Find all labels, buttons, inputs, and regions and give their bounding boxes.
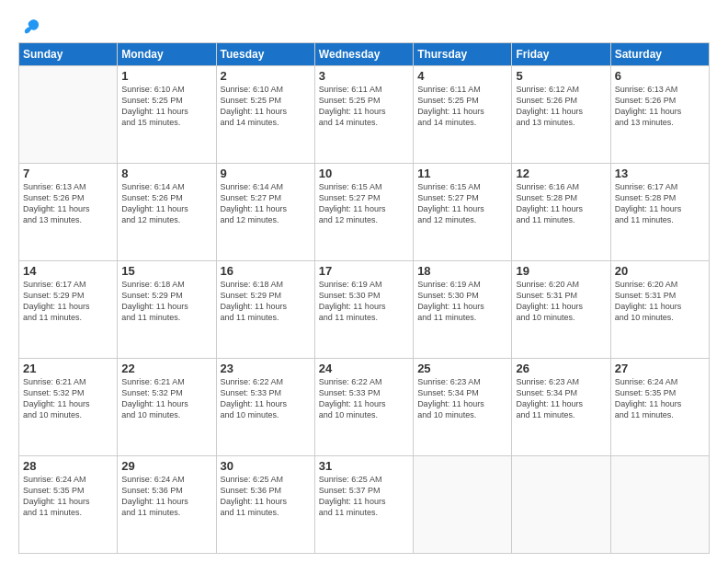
day-info: Sunrise: 6:21 AM Sunset: 5:32 PM Dayligh… [121, 376, 211, 421]
calendar-cell [610, 456, 709, 554]
calendar-weekday-sunday: Sunday [19, 43, 118, 66]
day-info: Sunrise: 6:25 AM Sunset: 5:36 PM Dayligh… [221, 474, 311, 519]
day-number: 2 [221, 69, 311, 83]
day-number: 18 [417, 264, 507, 278]
day-info: Sunrise: 6:24 AM Sunset: 5:36 PM Dayligh… [121, 474, 211, 519]
day-info: Sunrise: 6:19 AM Sunset: 5:30 PM Dayligh… [319, 279, 409, 324]
day-info: Sunrise: 6:17 AM Sunset: 5:29 PM Dayligh… [23, 279, 113, 324]
calendar-cell [19, 66, 118, 164]
day-info: Sunrise: 6:21 AM Sunset: 5:32 PM Dayligh… [23, 376, 113, 421]
day-number: 29 [121, 459, 211, 473]
calendar-week-row: 14Sunrise: 6:17 AM Sunset: 5:29 PM Dayli… [19, 261, 710, 359]
day-info: Sunrise: 6:24 AM Sunset: 5:35 PM Dayligh… [615, 376, 705, 421]
calendar-weekday-monday: Monday [118, 43, 216, 66]
calendar-weekday-friday: Friday [512, 43, 610, 66]
calendar-cell: 31Sunrise: 6:25 AM Sunset: 5:37 PM Dayli… [314, 456, 413, 554]
calendar-weekday-tuesday: Tuesday [216, 43, 314, 66]
page: SundayMondayTuesdayWednesdayThursdayFrid… [0, 0, 728, 563]
calendar-cell: 6Sunrise: 6:13 AM Sunset: 5:26 PM Daylig… [610, 66, 709, 164]
calendar-cell [414, 456, 512, 554]
calendar-week-row: 7Sunrise: 6:13 AM Sunset: 5:26 PM Daylig… [19, 164, 710, 261]
calendar-table: SundayMondayTuesdayWednesdayThursdayFrid… [18, 42, 710, 554]
day-number: 23 [221, 362, 311, 375]
calendar-cell: 27Sunrise: 6:24 AM Sunset: 5:35 PM Dayli… [610, 359, 709, 456]
calendar-week-row: 28Sunrise: 6:24 AM Sunset: 5:35 PM Dayli… [19, 456, 710, 554]
calendar-cell: 23Sunrise: 6:22 AM Sunset: 5:33 PM Dayli… [216, 359, 314, 456]
day-number: 16 [221, 264, 311, 278]
calendar-cell: 30Sunrise: 6:25 AM Sunset: 5:36 PM Dayli… [216, 456, 314, 554]
day-number: 27 [615, 362, 705, 375]
calendar-cell: 12Sunrise: 6:16 AM Sunset: 5:28 PM Dayli… [512, 164, 610, 261]
calendar-week-row: 21Sunrise: 6:21 AM Sunset: 5:32 PM Dayli… [19, 359, 710, 456]
day-info: Sunrise: 6:13 AM Sunset: 5:26 PM Dayligh… [615, 84, 705, 129]
calendar-cell: 7Sunrise: 6:13 AM Sunset: 5:26 PM Daylig… [19, 164, 118, 261]
calendar-cell: 2Sunrise: 6:10 AM Sunset: 5:25 PM Daylig… [216, 66, 314, 164]
day-info: Sunrise: 6:11 AM Sunset: 5:25 PM Dayligh… [417, 84, 507, 129]
calendar-cell [512, 456, 610, 554]
calendar-cell: 18Sunrise: 6:19 AM Sunset: 5:30 PM Dayli… [414, 261, 512, 359]
day-info: Sunrise: 6:12 AM Sunset: 5:26 PM Dayligh… [516, 84, 606, 129]
day-number: 10 [319, 167, 409, 180]
calendar-weekday-thursday: Thursday [414, 43, 512, 66]
day-number: 13 [615, 167, 705, 180]
day-info: Sunrise: 6:23 AM Sunset: 5:34 PM Dayligh… [417, 376, 507, 421]
day-number: 4 [417, 69, 507, 83]
logo [18, 17, 41, 33]
calendar-cell: 21Sunrise: 6:21 AM Sunset: 5:32 PM Dayli… [19, 359, 118, 456]
day-info: Sunrise: 6:20 AM Sunset: 5:31 PM Dayligh… [516, 279, 606, 324]
day-info: Sunrise: 6:10 AM Sunset: 5:25 PM Dayligh… [121, 84, 211, 129]
calendar-cell: 14Sunrise: 6:17 AM Sunset: 5:29 PM Dayli… [19, 261, 118, 359]
calendar-cell: 28Sunrise: 6:24 AM Sunset: 5:35 PM Dayli… [19, 456, 118, 554]
day-info: Sunrise: 6:22 AM Sunset: 5:33 PM Dayligh… [221, 376, 311, 421]
calendar-weekday-saturday: Saturday [610, 43, 709, 66]
calendar-cell: 3Sunrise: 6:11 AM Sunset: 5:25 PM Daylig… [314, 66, 413, 164]
calendar-week-row: 1Sunrise: 6:10 AM Sunset: 5:25 PM Daylig… [19, 66, 710, 164]
logo-bird-icon [21, 17, 41, 37]
day-info: Sunrise: 6:10 AM Sunset: 5:25 PM Dayligh… [221, 84, 311, 129]
calendar-cell: 20Sunrise: 6:20 AM Sunset: 5:31 PM Dayli… [610, 261, 709, 359]
day-info: Sunrise: 6:14 AM Sunset: 5:26 PM Dayligh… [121, 181, 211, 226]
day-number: 9 [221, 167, 311, 180]
day-number: 21 [23, 362, 113, 375]
day-number: 5 [516, 69, 606, 83]
day-info: Sunrise: 6:16 AM Sunset: 5:28 PM Dayligh… [516, 181, 606, 226]
day-number: 11 [417, 167, 507, 180]
day-info: Sunrise: 6:14 AM Sunset: 5:27 PM Dayligh… [221, 181, 311, 226]
day-number: 25 [417, 362, 507, 375]
day-info: Sunrise: 6:15 AM Sunset: 5:27 PM Dayligh… [417, 181, 507, 226]
day-info: Sunrise: 6:18 AM Sunset: 5:29 PM Dayligh… [121, 279, 211, 324]
calendar-cell: 8Sunrise: 6:14 AM Sunset: 5:26 PM Daylig… [118, 164, 216, 261]
day-number: 22 [121, 362, 211, 375]
calendar-cell: 25Sunrise: 6:23 AM Sunset: 5:34 PM Dayli… [414, 359, 512, 456]
day-number: 19 [516, 264, 606, 278]
day-number: 24 [319, 362, 409, 375]
calendar-cell: 10Sunrise: 6:15 AM Sunset: 5:27 PM Dayli… [314, 164, 413, 261]
day-number: 12 [516, 167, 606, 180]
calendar-cell: 24Sunrise: 6:22 AM Sunset: 5:33 PM Dayli… [314, 359, 413, 456]
day-info: Sunrise: 6:11 AM Sunset: 5:25 PM Dayligh… [319, 84, 409, 129]
day-info: Sunrise: 6:17 AM Sunset: 5:28 PM Dayligh… [615, 181, 705, 226]
day-info: Sunrise: 6:24 AM Sunset: 5:35 PM Dayligh… [23, 474, 113, 519]
day-number: 15 [121, 264, 211, 278]
calendar-cell: 22Sunrise: 6:21 AM Sunset: 5:32 PM Dayli… [118, 359, 216, 456]
calendar-header-row: SundayMondayTuesdayWednesdayThursdayFrid… [19, 43, 710, 66]
day-number: 31 [319, 459, 409, 473]
calendar-cell: 15Sunrise: 6:18 AM Sunset: 5:29 PM Dayli… [118, 261, 216, 359]
day-number: 7 [23, 167, 113, 180]
calendar-cell: 11Sunrise: 6:15 AM Sunset: 5:27 PM Dayli… [414, 164, 512, 261]
calendar-cell: 16Sunrise: 6:18 AM Sunset: 5:29 PM Dayli… [216, 261, 314, 359]
day-info: Sunrise: 6:25 AM Sunset: 5:37 PM Dayligh… [319, 474, 409, 519]
day-info: Sunrise: 6:19 AM Sunset: 5:30 PM Dayligh… [417, 279, 507, 324]
day-number: 1 [121, 69, 211, 83]
day-number: 28 [23, 459, 113, 473]
calendar-cell: 19Sunrise: 6:20 AM Sunset: 5:31 PM Dayli… [512, 261, 610, 359]
header [18, 17, 710, 33]
day-info: Sunrise: 6:22 AM Sunset: 5:33 PM Dayligh… [319, 376, 409, 421]
calendar-cell: 5Sunrise: 6:12 AM Sunset: 5:26 PM Daylig… [512, 66, 610, 164]
calendar-cell: 29Sunrise: 6:24 AM Sunset: 5:36 PM Dayli… [118, 456, 216, 554]
calendar-cell: 9Sunrise: 6:14 AM Sunset: 5:27 PM Daylig… [216, 164, 314, 261]
day-info: Sunrise: 6:18 AM Sunset: 5:29 PM Dayligh… [221, 279, 311, 324]
day-info: Sunrise: 6:23 AM Sunset: 5:34 PM Dayligh… [516, 376, 606, 421]
calendar-cell: 17Sunrise: 6:19 AM Sunset: 5:30 PM Dayli… [314, 261, 413, 359]
day-info: Sunrise: 6:20 AM Sunset: 5:31 PM Dayligh… [615, 279, 705, 324]
